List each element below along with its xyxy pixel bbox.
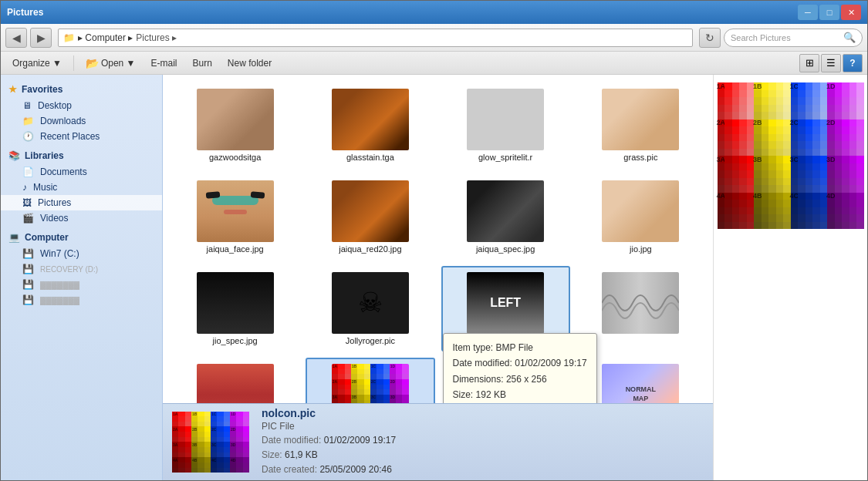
sidebar-item-music[interactable]: ♪ Music — [1, 180, 162, 195]
refresh-button[interactable]: ↻ — [699, 28, 721, 48]
sidebar-section-computer: 💻 Computer 💾 Win7 (C:) 💾 RECOVERY (D:) 💾… — [1, 229, 162, 308]
maximize-button[interactable]: □ — [819, 5, 839, 20]
view-controls: ⊞ ☰ ? — [799, 54, 863, 72]
win7c-icon: 💾 — [22, 248, 34, 259]
documents-icon: 📄 — [22, 166, 34, 177]
statusbar-filename: nolcon.pic — [262, 407, 396, 419]
view-toggle-button[interactable]: ⊞ — [799, 54, 819, 72]
back-button[interactable]: ◀ — [5, 28, 27, 48]
recovery-label: RECOVERY (D:) — [40, 265, 98, 274]
email-button[interactable]: E-mail — [144, 54, 184, 72]
tooltip-type-value: BMP File — [496, 342, 533, 353]
organize-menu[interactable]: Organize ▼ — [5, 54, 69, 72]
music-label: Music — [33, 182, 57, 193]
normal-map-w-label: NORMALMAP — [626, 385, 657, 403]
open-menu[interactable]: 📂 Open ▼ — [79, 54, 143, 72]
file-thumb-nolcon: 1A1B1C1D2A2B2C2D3A3B3C3D4A4B4C4D — [332, 364, 409, 403]
pictures-label: Pictures — [38, 197, 71, 208]
downloads-label: Downloads — [40, 116, 86, 126]
sidebar-item-pictures[interactable]: 🖼 Pictures — [1, 195, 162, 210]
file-name-jio: jio.jpg — [630, 244, 652, 254]
file-thumb-jollyroger: ☠ — [332, 272, 409, 334]
sidebar-section-libraries: 📚 Libraries 📄 Documents ♪ Music 🖼 Pictur… — [1, 147, 162, 226]
address-bar[interactable]: 📁 ▸ Computer ▸ Pictures ▸ — [58, 29, 693, 47]
sidebar-item-videos[interactable]: 🎬 Videos — [1, 210, 162, 226]
view-list-button[interactable]: ☰ — [821, 54, 841, 72]
content-area: gazwoodsitga glasstain.tga glow_spriteli… — [163, 75, 713, 480]
burn-button[interactable]: Burn — [186, 54, 219, 72]
file-item-jio[interactable]: jio.jpg — [576, 174, 705, 260]
sidebar-computer-heading[interactable]: 💻 Computer — [1, 229, 162, 246]
file-item-glow[interactable]: glow_spritelit.r — [441, 82, 570, 168]
search-box[interactable]: Search Pictures 🔍 — [724, 29, 863, 47]
waves-svg — [602, 272, 679, 334]
file-name-jollyroger: Jollyroger.pic — [346, 336, 395, 345]
favorites-icon: ★ — [8, 84, 17, 95]
statusbar-details: Date modified: 01/02/2009 19:17 Size: 61… — [262, 433, 396, 478]
sidebar-libraries-heading[interactable]: 📚 Libraries — [1, 147, 162, 164]
sidebar-item-drive4[interactable]: 💾 ▓▓▓▓▓▓▓ — [1, 292, 162, 308]
file-item-muscle[interactable]: muscle.jpg — [171, 358, 299, 403]
file-item-gazwoods[interactable]: gazwoodsitga — [171, 82, 299, 168]
crumb-computer[interactable]: ▸ Computer ▸ — [78, 32, 133, 43]
sidebar-item-win7c[interactable]: 💾 Win7 (C:) — [1, 246, 162, 261]
close-button[interactable]: ✕ — [841, 5, 861, 20]
new-folder-button[interactable]: New folder — [221, 54, 279, 72]
search-icon: 🔍 — [843, 32, 856, 43]
forward-button[interactable]: ▶ — [30, 28, 52, 48]
computer-label: Computer — [25, 232, 69, 243]
file-item-glasstain[interactable]: glasstain.tga — [306, 82, 434, 168]
desktop-label: Desktop — [38, 100, 72, 111]
statusbar-size-label: Size: — [262, 449, 282, 460]
file-grid: gazwoodsitga glasstain.tga glow_spriteli… — [163, 75, 713, 403]
tooltip-type-row: Item type: BMP File — [453, 340, 587, 355]
file-name-jaiqua-face: jaiqua_face.jpg — [207, 244, 264, 254]
sidebar-item-recent-places[interactable]: 🕐 Recent Places — [1, 129, 162, 144]
statusbar-datecreated-value: 25/05/2009 20:46 — [319, 464, 391, 475]
file-thumb-left-bmp: LEFT — [467, 272, 544, 334]
file-thumb-waves — [602, 272, 679, 334]
file-thumb-normal-w: NORMALMAP — [602, 364, 679, 403]
open-label: Open ▼ — [101, 58, 136, 69]
file-name-glasstain: glasstain.tga — [346, 153, 394, 162]
drive4-label: ▓▓▓▓▓▓▓ — [40, 296, 79, 304]
file-item-grass[interactable]: grass.pic — [576, 82, 705, 168]
file-item-left-bmp[interactable]: LEFT Item type: BMP File Date modified: — [441, 266, 570, 352]
file-item-nolcon[interactable]: 1A1B1C1D2A2B2C2D3A3B3C3D4A4B4C4D nolcon.… — [306, 358, 434, 403]
large-preview-image: 1A1B1C1D2A2B2C2D3A3B3C3D4A4B4C4D — [718, 82, 864, 229]
file-thumb-glasstain — [332, 89, 409, 150]
file-item-jio-spec[interactable]: jio_spec.jpg — [171, 266, 299, 352]
sidebar-item-recovery[interactable]: 💾 RECOVERY (D:) — [1, 261, 162, 277]
file-grid-wrapper[interactable]: gazwoodsitga glasstain.tga glow_spriteli… — [163, 75, 713, 403]
crumb-pictures[interactable]: Pictures ▸ — [136, 32, 177, 43]
sidebar-item-downloads[interactable]: 📁 Downloads — [1, 113, 162, 129]
sidebar-item-drive3[interactable]: 💾 ▓▓▓▓▓▓▓ — [1, 277, 162, 292]
drive3-icon: 💾 — [22, 279, 34, 290]
file-item-jaiqua-face[interactable]: jaiqua_face.jpg — [171, 174, 299, 260]
music-icon: ♪ — [22, 182, 27, 193]
sidebar-item-desktop[interactable]: 🖥 Desktop — [1, 98, 162, 113]
computer-icon: 💻 — [8, 232, 20, 243]
file-item-jaiqua-spec[interactable]: jaiqua_spec.jpg — [441, 174, 570, 260]
search-placeholder: Search Pictures — [731, 33, 791, 42]
sidebar-item-documents[interactable]: 📄 Documents — [1, 164, 162, 180]
favorites-label: Favorites — [22, 84, 62, 95]
help-button[interactable]: ? — [843, 54, 863, 72]
file-item-waves[interactable] — [576, 266, 705, 352]
file-thumb-gazwoods — [197, 89, 274, 150]
file-thumb-jaiqua-spec — [467, 180, 544, 242]
drive4-icon: 💾 — [22, 294, 34, 305]
file-item-normal-t[interactable]: NORMALMAP normal_map_t.bmp — [441, 358, 570, 403]
open-icon: 📂 — [86, 57, 99, 69]
sidebar-favorites-heading[interactable]: ★ Favorites — [1, 81, 162, 98]
statusbar: 1A1B1C1D2A2B2C2D3A3B3C3D4A4B4C4D nolcon.… — [163, 403, 713, 480]
file-name-jaiqua-spec: jaiqua_spec.jpg — [476, 244, 535, 254]
file-item-jollyroger[interactable]: ☠ Jollyroger.pic — [306, 266, 434, 352]
main-area: ★ Favorites 🖥 Desktop 📁 Downloads 🕐 Rece… — [1, 75, 867, 480]
downloads-icon: 📁 — [22, 116, 34, 126]
file-item-jaiqua-red[interactable]: jaiqua_red20.jpg — [306, 174, 434, 260]
file-thumb-glow — [467, 89, 544, 150]
file-item-normal-w[interactable]: NORMALMAP normal_map_w.bmp — [576, 358, 705, 403]
sidebar: ★ Favorites 🖥 Desktop 📁 Downloads 🕐 Rece… — [1, 75, 163, 480]
minimize-button[interactable]: ─ — [798, 5, 818, 20]
